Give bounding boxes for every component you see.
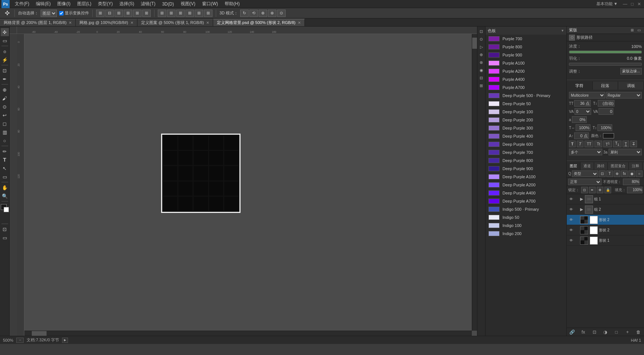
dist-h[interactable]: ⊞ bbox=[158, 10, 166, 17]
menu-window[interactable]: 窗口(W) bbox=[199, 0, 221, 8]
lf-btn-5[interactable]: ◉ bbox=[628, 170, 635, 177]
layer-link-btn[interactable]: 🔗 bbox=[569, 329, 576, 335]
ts-strike[interactable]: T bbox=[630, 141, 637, 147]
show-transform-checkbox[interactable] bbox=[59, 11, 64, 15]
layer-delete-btn[interactable]: 🗑 bbox=[635, 329, 642, 335]
mid-icon-7[interactable]: ⊟ bbox=[478, 75, 485, 81]
dodge-tool[interactable]: ○ bbox=[1, 137, 9, 145]
quick-select-tool[interactable]: ⚡ bbox=[1, 56, 9, 64]
layer-eye-group1[interactable]: 👁 bbox=[568, 196, 574, 202]
layer-fx-btn[interactable]: fx bbox=[580, 329, 587, 335]
baseline-input[interactable] bbox=[572, 116, 587, 123]
lock-all-btn[interactable]: 🔒 bbox=[604, 187, 611, 193]
background-color[interactable] bbox=[4, 207, 9, 212]
align-center-h[interactable]: ⊟ bbox=[105, 10, 114, 17]
tab-2-close[interactable]: ✕ bbox=[206, 21, 209, 25]
3d-btn5[interactable]: ⊙ bbox=[277, 10, 286, 17]
3d-btn2[interactable]: ⟲ bbox=[249, 10, 258, 17]
horizontal-scrollbar[interactable] bbox=[24, 331, 472, 336]
tab-1-close[interactable]: ✕ bbox=[130, 21, 133, 25]
layer-eye-shape2a[interactable]: 👁 bbox=[568, 217, 574, 223]
path-select-tool[interactable]: ↖ bbox=[1, 164, 9, 172]
ts-sub[interactable]: T1 bbox=[613, 141, 621, 147]
3d-btn1[interactable]: ↻ bbox=[240, 10, 249, 17]
ts-smallcaps[interactable]: Tt bbox=[594, 141, 602, 147]
swatch-item-6[interactable]: Purple A700 bbox=[485, 83, 566, 92]
dist-5[interactable]: ⊞ bbox=[195, 10, 203, 17]
hand-tool[interactable]: ✋ bbox=[1, 183, 9, 192]
hscale-input[interactable] bbox=[576, 124, 590, 131]
fill-input[interactable] bbox=[627, 187, 643, 193]
layer-new-btn[interactable]: + bbox=[624, 329, 631, 335]
scrollbar-thumb-v[interactable] bbox=[472, 38, 477, 49]
menu-3d[interactable]: 3D(D) bbox=[159, 1, 177, 7]
align-bottom[interactable]: ⊞ bbox=[142, 10, 151, 17]
font-family-select[interactable]: Multicolore bbox=[569, 92, 605, 99]
layer-eye-shape1[interactable]: 👁 bbox=[568, 238, 574, 244]
swatch-item-12[interactable]: Deep Purple 400 bbox=[485, 132, 566, 140]
layer-tab-comp[interactable]: 图层复合 bbox=[608, 162, 629, 170]
shape-tool[interactable]: ▭ bbox=[1, 173, 9, 181]
screen-mode-btn[interactable]: ▭ bbox=[1, 234, 9, 242]
stamp-tool[interactable]: ⊙ bbox=[1, 103, 9, 111]
layer-item-shape2b[interactable]: 👁 形状 2 bbox=[567, 225, 644, 235]
align-center-v[interactable]: ⊞ bbox=[133, 10, 142, 17]
color-swatch[interactable] bbox=[1, 204, 9, 212]
mid-icon-6[interactable]: ◉ bbox=[478, 67, 485, 73]
tab-para[interactable]: 段落 bbox=[593, 82, 619, 90]
gradient-tool[interactable]: ▥ bbox=[1, 128, 9, 136]
select-rect-tool[interactable]: ▭ bbox=[1, 37, 9, 45]
swatch-item-7[interactable]: Deep Purple 500 · Primary bbox=[485, 92, 566, 100]
canvas-content[interactable] bbox=[24, 34, 477, 336]
swatch-item-11[interactable]: Deep Purple 300 bbox=[485, 124, 566, 132]
text-tool[interactable]: T bbox=[1, 156, 9, 164]
swatch-item-19[interactable]: Deep Purple A400 bbox=[485, 189, 566, 197]
swatch-item-18[interactable]: Deep Purple A200 bbox=[485, 181, 566, 189]
layer-item-group1[interactable]: 👁 ▶ □□ 组 1 bbox=[567, 194, 644, 204]
swatch-item-1[interactable]: Purple 800 bbox=[485, 43, 566, 51]
mid-icon-1[interactable]: ⊡ bbox=[478, 28, 485, 35]
menu-type[interactable]: 类型(Y) bbox=[95, 0, 116, 8]
base-input[interactable] bbox=[574, 132, 589, 139]
prop-icon-1[interactable]: ⊞ bbox=[629, 27, 635, 33]
swatch-item-21[interactable]: Indigo 500 · Primary bbox=[485, 205, 566, 213]
lf-btn-3[interactable]: ⊕ bbox=[614, 170, 620, 177]
vertical-scrollbar[interactable] bbox=[472, 34, 477, 331]
menu-image[interactable]: 图像(I) bbox=[54, 0, 73, 8]
dist-6[interactable]: ⊞ bbox=[204, 10, 212, 17]
layer-item-shape2a[interactable]: 👁 形状 2 bbox=[567, 215, 644, 225]
ts-underline[interactable]: T bbox=[623, 141, 629, 147]
3d-btn3[interactable]: ⊕ bbox=[259, 10, 267, 17]
ts-italic[interactable]: T bbox=[577, 141, 583, 147]
move-tool[interactable]: ✜ bbox=[1, 28, 9, 36]
menu-select[interactable]: 选择(S) bbox=[116, 0, 137, 8]
lock-move-btn[interactable]: ✜ bbox=[597, 187, 603, 193]
layer-filter-select[interactable]: 类型 bbox=[572, 170, 598, 177]
swatch-item-17[interactable]: Deep Purple A100 bbox=[485, 173, 566, 181]
tab-3-close[interactable]: ✕ bbox=[298, 21, 301, 25]
swatch-item-2[interactable]: Purple 900 bbox=[485, 51, 566, 59]
layer-eye-shape2b[interactable]: 👁 bbox=[568, 227, 574, 233]
swatch-item-5[interactable]: Purple A400 bbox=[485, 75, 566, 83]
layer-tab-layers[interactable]: 图层 bbox=[567, 162, 580, 170]
mid-icon-5[interactable]: ⊗ bbox=[478, 59, 485, 66]
lasso-tool[interactable]: ⌾ bbox=[1, 47, 9, 55]
mid-icon-3[interactable]: ▷ bbox=[478, 44, 485, 50]
lf-btn-4[interactable]: fx bbox=[621, 170, 628, 177]
menu-edit[interactable]: 编辑(E) bbox=[33, 0, 54, 8]
swatches-panel-header[interactable]: 色板 ▼ bbox=[485, 27, 566, 35]
prop-icon-2[interactable]: ▭ bbox=[636, 27, 642, 33]
dist-4[interactable]: ⊞ bbox=[185, 10, 194, 17]
auto-select-dropdown[interactable]: 图层 bbox=[41, 10, 57, 17]
layer-group-btn[interactable]: □ bbox=[613, 329, 620, 335]
menu-help[interactable]: 帮助(H) bbox=[222, 0, 243, 8]
menu-filter[interactable]: 滤镜(T) bbox=[138, 0, 158, 8]
ts-super[interactable]: T1 bbox=[603, 141, 612, 147]
layer-tab-notes[interactable]: 注释 bbox=[629, 162, 643, 170]
swatch-item-8[interactable]: Deep Purple 50 bbox=[485, 100, 566, 108]
mid-icon-4[interactable]: ⊕ bbox=[478, 51, 485, 58]
expand-btn[interactable]: ▶ bbox=[62, 338, 68, 343]
mid-icon-8[interactable]: ⊞ bbox=[478, 82, 485, 89]
tab-3[interactable]: 定义网格背景.psd @ 500% (形状 2, RGB/8) ✕ bbox=[213, 19, 305, 26]
spot-heal-tool[interactable]: ⊕ bbox=[1, 86, 9, 94]
